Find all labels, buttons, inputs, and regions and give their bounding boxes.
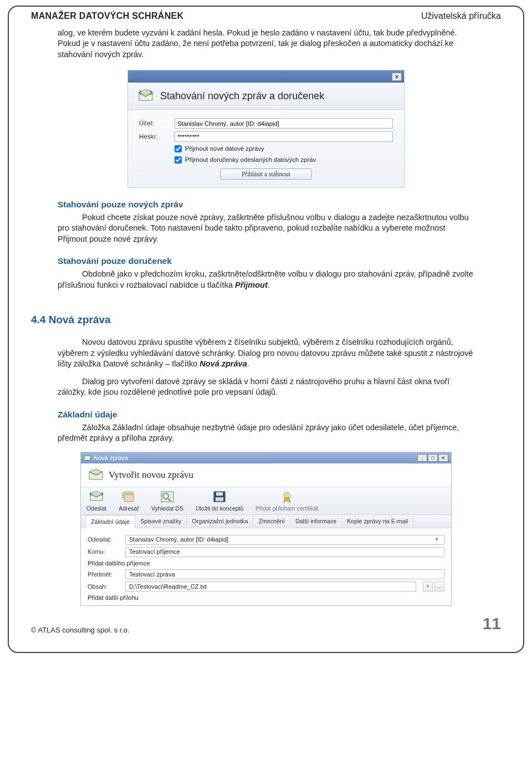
cb-receipts-label: Přijmout doručenky odeslaných datových z… [185,156,316,164]
search-ds-label: Vyhledat DS [151,504,183,512]
row-content: Obsah: D:\Testovaci\Readme_CZ.txt × ... [88,582,444,591]
p2-post: . [268,280,270,289]
search-icon [160,491,175,503]
row-subject: Předmět: Testovací zpráva [88,569,444,579]
envelope-download-icon [138,89,154,103]
login-download-button[interactable]: Přihlásit a stáhnout [220,169,312,180]
label-password: Heslo: [139,132,169,141]
tab-org[interactable]: Organizační jednotka [187,515,253,527]
label-recipient: Komu: [88,548,121,556]
p2-bold: Přijmout [235,280,268,289]
label-subject: Předmět: [88,570,121,579]
row-password: Heslo: [139,131,393,142]
add-attachment-link[interactable]: Přidat další přílohu [88,594,139,601]
dialog2-heading: Vytvořit novou zprávu [109,470,193,481]
tab-email[interactable]: Kopie zprávy na E-mail [342,515,413,527]
svg-rect-8 [125,493,132,495]
tab-basic[interactable]: Základní údaje [85,515,135,528]
svg-rect-2 [84,456,90,460]
dialog2-titlebar: Nová zpráva _ □ × [81,452,451,463]
paragraph-4-4-b: Dialog pro vytvoření datové zprávy se sk… [58,376,474,398]
checkbox-new-messages[interactable]: Přijmout nové datové zprávy [175,145,393,153]
page-header: MANAŽER DATOVÝCH SCHRÁNEK Uživatelská př… [31,7,501,26]
dialog-new-message: Nová zpráva _ □ × Vytvořit novou zprávu [80,452,452,606]
add-cert-button[interactable]: Přidat příloham certifikát [255,491,318,512]
row-account: Účet: [139,118,393,129]
heading-new-only: Stahování pouze nových zpráv [58,199,474,211]
paragraph-receipts-only: Obdobně jako v předchozím kroku, zaškrtn… [58,269,474,290]
row-recipient: Komu: Testovací příjemce [88,547,444,557]
cb-receipts-box[interactable] [175,156,182,164]
minimize-button[interactable]: _ [417,454,427,462]
svg-rect-11 [122,497,124,498]
browse-button[interactable]: ... [434,582,444,591]
header-title-left: MANAŽER DATOVÝCH SCHRÁNEK [31,10,183,22]
content-input[interactable]: D:\Testovaci\Readme_CZ.txt [125,582,416,591]
account-input[interactable] [175,118,393,129]
heading-basic-data: Základní údaje [58,409,474,421]
svg-marker-19 [284,498,290,502]
dialog-button-row: Přihlásit a stáhnout [139,169,393,180]
close-button[interactable]: × [392,73,402,81]
checkbox-receipts[interactable]: Přijmout doručenky odeslaných datových z… [175,156,393,164]
svg-rect-7 [124,492,134,502]
dialog2-toolbar: Odeslat Adresář Vyhledat DS [81,487,451,515]
paragraph-basic-data: Záložka Základní údaje obsahuje nezbytné… [58,422,474,444]
intro-paragraph: alog, ve kterém budete vyzváni k zadání … [58,28,474,60]
sender-value: Stanislav Chromý, autor [ID: d4iapid] [129,536,433,544]
dialog-download: × Stahování nových zpráv a doručenek Úče… [127,70,405,188]
certificate-icon [280,491,294,503]
cb-new-messages-label: Přijmout nové datové zprávy [185,145,264,153]
paragraph-new-only: Pokud chcete získat pouze nové zprávy, z… [58,212,474,245]
p3a-post: . [247,359,249,368]
svg-rect-17 [216,497,223,501]
document-page: MANAŽER DATOVÝCH SCHRÁNEK Uživatelská př… [8,6,524,653]
dialog2-form: Odesilat: Stanislav Chromý, autor [ID: d… [81,528,451,606]
remove-attachment-button[interactable]: × [423,582,433,591]
copyright-text: © ATLAS consulting spol. s r.o. [31,625,130,635]
dialog2-header: Vytvořit novou zprávu [81,463,451,487]
label-account: Účet: [139,119,169,128]
tab-spis[interactable]: Spisové značky [135,515,187,527]
addressbook-button[interactable]: Adresář [119,491,139,512]
send-button[interactable]: Odeslat [86,491,106,512]
label-content: Obsah: [88,583,121,591]
password-input[interactable] [175,131,393,142]
content-value: D:\Testovaci\Readme_CZ.txt [129,583,207,591]
paragraph-4-4-a: Novou datovou zprávu spustíte výběrem z … [58,337,474,370]
send-label: Odeslat [86,504,106,512]
add-recipient-link[interactable]: Přidat dalšího příjemce [88,560,150,567]
p3a-bold: Nová zpráva [200,359,247,368]
dialog2-tabs: Základní údaje Spisové značky Organizačn… [81,515,451,528]
subject-input[interactable]: Testovací zpráva [125,569,444,579]
tab-zmoc[interactable]: Zmocnění [253,515,290,527]
recipient-input[interactable]: Testovací příjemce [125,547,444,557]
dialog-new-message-figure: Nová zpráva _ □ × Vytvořit novou zprávu [80,452,452,606]
dialog-header: Stahování nových zpráv a doručenek [128,83,404,110]
svg-rect-16 [216,492,223,496]
row-sender: Odesilat: Stanislav Chromý, autor [ID: d… [88,535,444,545]
svg-rect-10 [122,495,124,496]
send-icon [89,491,104,503]
svg-rect-9 [122,493,124,494]
sender-select[interactable]: Stanislav Chromý, autor [ID: d4iapid] ▼ [125,535,444,545]
section-new-only: Stahování pouze nových zpráv Pokud chcet… [58,199,474,444]
save-draft-button[interactable]: Uložit do konceptů [196,491,243,512]
page-footer: © ATLAS consulting spol. s r.o. 11 [31,606,501,635]
dialog-body: Účet: Heslo: Přijmout nové datové zprávy… [128,110,404,187]
tab-more[interactable]: Další informace [290,515,342,527]
addressbook-icon [122,491,136,503]
dialog2-title: Nová zpráva [94,454,128,462]
search-ds-button[interactable]: Vyhledat DS [151,491,183,512]
label-sender: Odesilat: [88,536,121,544]
maximize-button[interactable]: □ [428,454,438,462]
content-trailing-buttons: × ... [423,582,444,591]
heading-receipts-only: Stahování pouze doručenek [58,256,474,267]
save-draft-label: Uložit do konceptů [196,504,243,512]
close-button-2[interactable]: × [438,454,448,462]
cb-new-messages-box[interactable] [175,145,182,152]
heading-4-4: 4.4 Nová zpráva [31,313,474,327]
dialog-download-figure: × Stahování nových zpráv a doručenek Úče… [127,70,405,188]
recipient-value: Testovací příjemce [129,548,180,556]
header-title-right: Uživatelská příručka [421,10,501,22]
